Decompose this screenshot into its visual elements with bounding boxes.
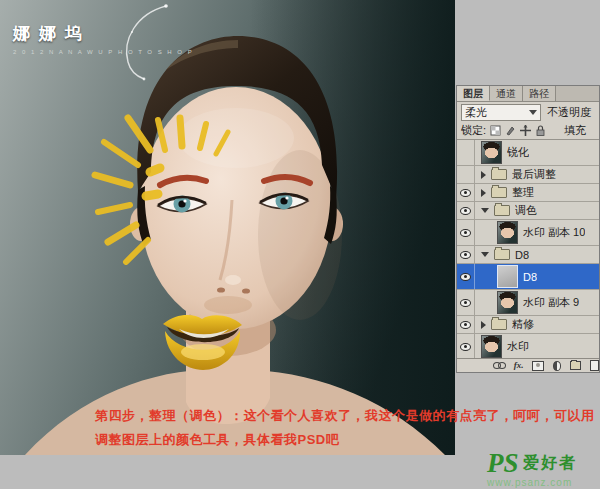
panel-bottom-bar: fx. bbox=[457, 358, 599, 372]
layer-row[interactable]: 水印 副本 10 bbox=[457, 220, 599, 246]
group-folder-icon bbox=[491, 169, 507, 180]
layer-name[interactable]: 调色 bbox=[515, 203, 537, 218]
eye-icon bbox=[460, 228, 471, 237]
lock-paint-icon[interactable] bbox=[505, 125, 516, 136]
chevron-down-icon bbox=[529, 110, 537, 115]
blend-mode-select[interactable]: 柔光 bbox=[461, 104, 541, 121]
site-logo-fans: 爱好者 bbox=[523, 454, 577, 471]
layer-row[interactable]: 锐化 bbox=[457, 140, 599, 166]
portrait-illustration bbox=[0, 0, 455, 455]
visibility-toggle[interactable] bbox=[457, 246, 475, 263]
visibility-toggle[interactable] bbox=[457, 166, 475, 183]
layer-thumbnail[interactable] bbox=[497, 291, 518, 314]
layer-name[interactable]: 水印 副本 10 bbox=[523, 225, 585, 240]
tutorial-step-text-line2: 调整图层上的颜色工具，具体看我PSD吧 bbox=[95, 431, 595, 449]
layer-thumbnail[interactable] bbox=[497, 265, 518, 288]
visibility-toggle[interactable] bbox=[457, 202, 475, 219]
blend-mode-value: 柔光 bbox=[465, 105, 487, 120]
eye-icon bbox=[460, 272, 471, 281]
fill-label: 填充 bbox=[564, 123, 586, 138]
layer-name[interactable]: 水印 bbox=[507, 339, 529, 354]
tutorial-step-text-line1: 第四步，整理（调色）：这个看个人喜欢了，我这个是做的有点亮了，呵呵，可以用 bbox=[95, 407, 595, 425]
layer-row[interactable]: 整理 bbox=[457, 184, 599, 202]
expand-triangle-icon[interactable] bbox=[481, 252, 489, 257]
expand-triangle-icon[interactable] bbox=[481, 208, 489, 213]
layer-thumbnail[interactable] bbox=[497, 221, 518, 244]
layer-name[interactable]: D8 bbox=[523, 271, 537, 283]
group-folder-icon bbox=[494, 249, 510, 260]
layer-name[interactable]: 水印 副本 9 bbox=[523, 295, 579, 310]
tab-channels[interactable]: 通道 bbox=[490, 86, 523, 101]
layer-row[interactable]: 调色 bbox=[457, 202, 599, 220]
layer-name[interactable]: D8 bbox=[515, 249, 529, 261]
layer-thumbnail[interactable] bbox=[481, 335, 502, 358]
expand-triangle-icon[interactable] bbox=[481, 321, 486, 329]
panel-tabs: 图层 通道 路径 bbox=[457, 86, 599, 102]
lock-label: 锁定: bbox=[461, 123, 486, 138]
lock-row: 锁定: 填充 bbox=[457, 122, 599, 140]
tutorial-photo: 娜娜坞 2 0 1 2 N A N A W U P H O T O S H O … bbox=[0, 0, 455, 455]
lock-all-icon[interactable] bbox=[535, 125, 546, 136]
layers-list: 锐化 最后调整 整理 调色 水印 副本 bbox=[457, 140, 599, 370]
eye-icon bbox=[460, 342, 471, 351]
layer-row[interactable]: 水印 bbox=[457, 334, 599, 360]
layer-row[interactable]: 最后调整 bbox=[457, 166, 599, 184]
crescent-moon-icon bbox=[88, 2, 198, 82]
visibility-toggle[interactable] bbox=[457, 140, 475, 165]
site-url: www.psanz.com bbox=[487, 478, 577, 488]
layer-thumbnail[interactable] bbox=[481, 141, 502, 164]
visibility-toggle[interactable] bbox=[457, 290, 475, 315]
blend-mode-row: 柔光 不透明度 bbox=[457, 102, 599, 122]
layer-style-icon[interactable]: fx. bbox=[514, 361, 524, 370]
layers-panel: 图层 通道 路径 柔光 不透明度 锁定: 填充 锐化 bbox=[456, 85, 600, 373]
new-group-icon[interactable] bbox=[570, 361, 581, 370]
link-layers-icon[interactable] bbox=[493, 362, 505, 369]
new-layer-icon[interactable] bbox=[590, 360, 599, 371]
layer-mask-icon[interactable] bbox=[532, 361, 543, 371]
adjustment-layer-icon[interactable] bbox=[553, 361, 562, 371]
visibility-toggle[interactable] bbox=[457, 264, 475, 289]
expand-triangle-icon[interactable] bbox=[481, 171, 486, 179]
group-folder-icon bbox=[494, 205, 510, 216]
layer-name[interactable]: 最后调整 bbox=[512, 167, 556, 182]
lock-position-icon[interactable] bbox=[520, 125, 531, 136]
eye-icon bbox=[460, 298, 471, 307]
layer-row[interactable]: D8 bbox=[457, 246, 599, 264]
visibility-toggle[interactable] bbox=[457, 220, 475, 245]
visibility-toggle[interactable] bbox=[457, 334, 475, 359]
tab-paths[interactable]: 路径 bbox=[523, 86, 556, 101]
group-folder-icon bbox=[491, 319, 507, 330]
eye-icon bbox=[460, 188, 471, 197]
eye-icon bbox=[460, 206, 471, 215]
layer-row[interactable]: 水印 副本 9 bbox=[457, 290, 599, 316]
eye-icon bbox=[460, 320, 471, 329]
eye-icon bbox=[460, 250, 471, 259]
layer-name[interactable]: 锐化 bbox=[507, 145, 529, 160]
tab-layers[interactable]: 图层 bbox=[457, 86, 490, 101]
layer-name[interactable]: 精修 bbox=[512, 317, 534, 332]
expand-triangle-icon[interactable] bbox=[481, 189, 486, 197]
lock-transparency-icon[interactable] bbox=[490, 125, 501, 136]
opacity-label: 不透明度 bbox=[547, 105, 591, 120]
screenshot-root: 娜娜坞 2 0 1 2 N A N A W U P H O T O S H O … bbox=[0, 0, 600, 489]
layer-row[interactable]: 精修 bbox=[457, 316, 599, 334]
site-watermark: PS 爱好者 www.psanz.com bbox=[487, 450, 577, 488]
layer-row[interactable]: D8 bbox=[457, 264, 599, 290]
layer-name[interactable]: 整理 bbox=[512, 185, 534, 200]
visibility-toggle[interactable] bbox=[457, 184, 475, 201]
group-folder-icon bbox=[491, 187, 507, 198]
visibility-toggle[interactable] bbox=[457, 316, 475, 333]
site-logo-ps: PS bbox=[487, 448, 519, 478]
